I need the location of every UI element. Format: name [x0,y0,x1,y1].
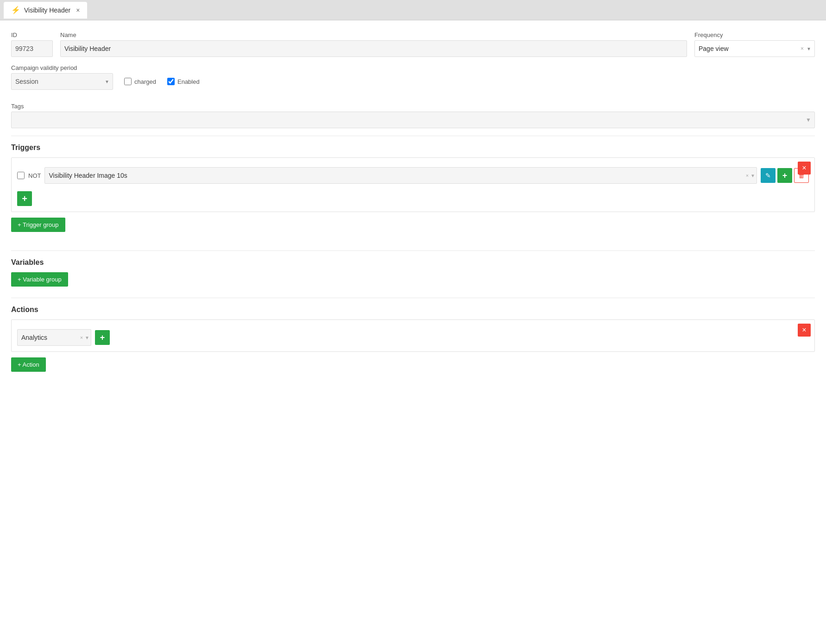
actions-section: Actions × Analytics Conversion Custom × … [11,306,815,372]
trigger-add-row: + [17,188,809,206]
trigger-select-controls: × ▼ [746,173,755,178]
name-label: Name [60,31,687,38]
charged-checkbox[interactable] [124,78,132,85]
main-content: ID Name Frequency × Page view Session Al… [0,20,826,644]
trigger-row: NOT Visibility Header Image 10s × ▼ ✎ + … [17,167,809,184]
frequency-select-wrapper: × Page view Session Always [694,40,815,57]
trigger-edit-button[interactable]: ✎ [761,168,776,183]
name-group: Name [60,31,687,57]
action-select-clear-icon[interactable]: × [80,335,83,340]
variables-title: Variables [11,258,815,267]
not-checkbox[interactable] [17,172,25,179]
divider-1 [11,136,815,136]
divider-2 [11,250,815,251]
action-select-dropdown-icon: ▼ [85,335,89,340]
enabled-label: Enabled [177,78,200,85]
action-select-controls: × ▼ [80,335,89,340]
id-input[interactable] [11,40,53,57]
trigger-add-button[interactable]: + [777,168,792,183]
validity-label: Campaign validity period [11,64,815,71]
add-trigger-group-button[interactable]: + Trigger group [11,218,65,232]
trigger-select-clear-icon[interactable]: × [746,173,749,178]
id-group: ID [11,31,53,57]
divider-3 [11,298,815,298]
frequency-label: Frequency [694,31,815,38]
validity-row: Session Always Once charged Enabled [11,73,815,90]
trigger-row-add-button[interactable]: + [17,191,32,206]
tab-visibility-header[interactable]: ⚡ Visibility Header × [4,2,87,19]
tags-label: Tags [11,103,815,110]
tags-section: Tags ▼ [11,103,815,128]
add-variable-group-button[interactable]: + Variable group [11,272,68,287]
not-label: NOT [28,172,41,179]
id-label: ID [11,31,53,38]
triggers-title: Triggers [11,144,815,152]
validity-select[interactable]: Session Always Once [11,73,113,90]
enabled-checkbox[interactable] [167,78,175,85]
trigger-select-dropdown-icon: ▼ [750,173,755,178]
charged-label: charged [134,78,156,85]
add-action-button[interactable]: + Action [11,357,46,372]
frequency-group: Frequency × Page view Session Always [694,31,815,57]
trigger-group-remove-button[interactable]: × [798,162,811,175]
action-add-button[interactable]: + [95,330,110,345]
trigger-select[interactable]: Visibility Header Image 10s [44,167,757,184]
name-input[interactable] [60,40,687,57]
action-row: Analytics Conversion Custom × ▼ + [17,329,809,346]
triggers-section: Triggers × NOT Visibility Header Image 1… [11,144,815,243]
validity-select-wrapper: Session Always Once [11,73,113,90]
validity-group: Campaign validity period Session Always … [11,64,815,97]
tab-title: Visibility Header [24,6,70,14]
tags-input-wrapper: ▼ [11,112,815,128]
tab-close-button[interactable]: × [76,6,80,14]
trigger-group-container: × NOT Visibility Header Image 10s × ▼ ✎ … [11,157,815,212]
frequency-clear-icon[interactable]: × [801,45,804,52]
trigger-select-wrapper: Visibility Header Image 10s × ▼ [44,167,757,184]
charged-checkbox-label[interactable]: charged [124,78,156,85]
action-group-container: × Analytics Conversion Custom × ▼ + [11,319,815,352]
frequency-select[interactable]: Page view Session Always [694,40,815,57]
enabled-checkbox-label[interactable]: Enabled [167,78,200,85]
tags-input[interactable] [11,112,815,128]
tab-icon: ⚡ [11,6,20,14]
actions-title: Actions [11,306,815,314]
variables-section: Variables + Variable group [11,258,815,287]
action-group-remove-button[interactable]: × [798,324,811,337]
tab-bar: ⚡ Visibility Header × [0,0,826,20]
id-name-frequency-row: ID Name Frequency × Page view Session Al… [11,31,815,57]
action-select-wrapper: Analytics Conversion Custom × ▼ [17,329,91,346]
